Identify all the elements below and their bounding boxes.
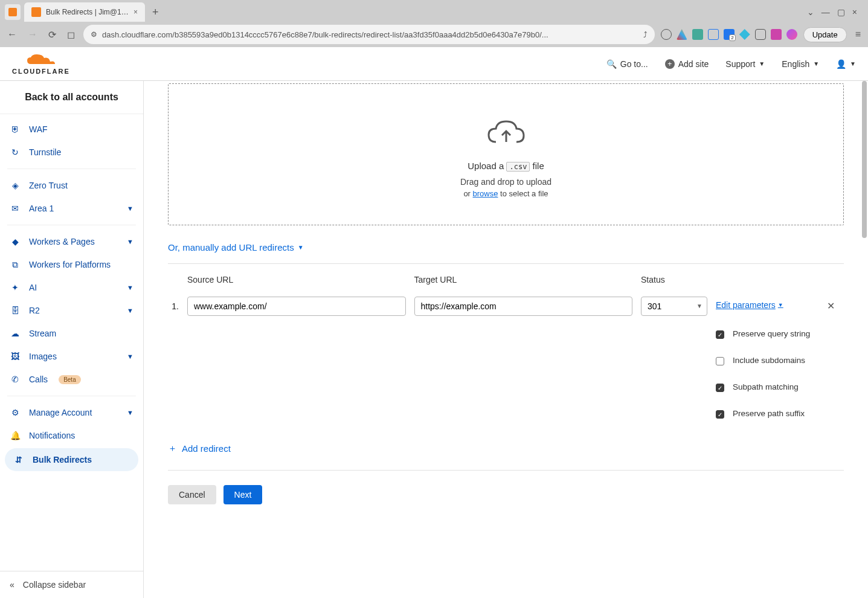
sidebar-item-zero-trust[interactable]: ◈Zero Trust (0, 174, 143, 197)
zerotrust-icon: ◈ (10, 180, 21, 191)
sidebar-item-notifications[interactable]: 🔔Notifications (0, 424, 143, 447)
forward-button-icon[interactable]: → (25, 27, 40, 42)
parameters-list: ✓ Preserve query string Include subdomai… (716, 329, 818, 419)
chevron-down-icon: ▼ (127, 409, 133, 416)
ext-icon-4[interactable] (739, 29, 750, 40)
param-label: Preserve query string (733, 329, 810, 338)
bookmark-icon[interactable]: ◻ (65, 27, 77, 43)
support-menu[interactable]: Support ▼ (725, 59, 765, 69)
ext-icon-1[interactable] (692, 29, 703, 40)
sidebar-item-ai[interactable]: ✦AI▼ (0, 276, 143, 299)
edit-parameters-link[interactable]: Edit parameters▼ (716, 300, 818, 310)
checkbox-include-subdomains[interactable] (716, 357, 724, 365)
sidebar-item-label: AI (29, 283, 37, 292)
minimize-icon[interactable]: — (821, 7, 830, 17)
platforms-icon: ⧉ (10, 259, 21, 270)
ext-icon-2[interactable] (708, 29, 719, 40)
param-preserve-query-string: ✓ Preserve query string (716, 329, 818, 339)
shield-ext-icon[interactable] (661, 29, 672, 40)
browser-tab[interactable]: Bulk Redirects | Jim@13way × (24, 2, 145, 22)
sidebar-item-label: Manage Account (29, 408, 92, 417)
chevron-down-icon: ▼ (127, 284, 133, 291)
status-label: Status (641, 275, 707, 285)
sidebar-item-label: Stream (29, 329, 56, 338)
cancel-button[interactable]: Cancel (168, 485, 216, 504)
param-preserve-path-suffix: ✓ Preserve path suffix (716, 409, 818, 419)
add-redirect-button[interactable]: ＋ Add redirect (168, 443, 844, 454)
sidebar-item-bulk-redirects[interactable]: ⇵Bulk Redirects (5, 448, 138, 471)
param-label: Include subdomains (733, 356, 805, 365)
cloudflare-logo[interactable]: CLOUDFLARE (12, 53, 70, 75)
sidebar-item-workers-pages[interactable]: ◆Workers & Pages▼ (0, 230, 143, 253)
back-to-accounts[interactable]: Back to all accounts (0, 81, 143, 114)
tab-row: Bulk Redirects | Jim@13way × + ⌄ — ▢ × (0, 0, 868, 22)
goto-button[interactable]: 🔍 Go to... (606, 59, 648, 69)
account-menu[interactable]: 👤 ▼ (836, 59, 856, 69)
mail-icon: ✉ (10, 203, 21, 214)
scrollbar-thumb[interactable] (862, 81, 867, 238)
next-button[interactable]: Next (223, 485, 263, 504)
upload-browse-line: or browse to select a file (181, 189, 831, 198)
site-settings-icon[interactable]: ⚙ (91, 30, 97, 39)
sidebar-separator (7, 225, 136, 225)
ext-icon-6[interactable] (771, 29, 782, 40)
upload-dropzone[interactable]: Upload a .csv file Drag and drop to uplo… (168, 83, 844, 225)
reload-icon[interactable]: ⟳ (46, 27, 59, 43)
sidebar-item-images[interactable]: 🖼Images▼ (0, 345, 143, 368)
sidebar-item-turnstile[interactable]: ↻Turnstile (0, 141, 143, 164)
chevron-down-icon: ▼ (778, 302, 783, 308)
checkbox-subpath-matching[interactable]: ✓ (716, 384, 724, 392)
language-menu[interactable]: English ▼ (782, 59, 819, 69)
new-tab-button[interactable]: + (149, 6, 162, 19)
redirect-icon: ⇵ (13, 454, 24, 465)
stream-icon: ☁ (10, 328, 21, 339)
checkbox-preserve-path[interactable]: ✓ (716, 410, 724, 419)
logo-text: CLOUDFLARE (12, 68, 70, 75)
sidebar-item-calls[interactable]: ✆CallsBeta (0, 368, 143, 391)
csv-tag: .csv (506, 162, 530, 172)
phone-icon: ✆ (10, 374, 21, 385)
menu-icon[interactable]: ≡ (853, 27, 863, 42)
support-label: Support (725, 59, 755, 69)
collapse-sidebar[interactable]: « Collapse sidebar (0, 571, 143, 598)
manual-add-toggle[interactable]: Or, manually add URL redirects ▼ (168, 242, 844, 252)
shield-icon: ⛨ (10, 124, 21, 135)
maximize-icon[interactable]: ▢ (837, 7, 845, 17)
sidebar-item-area-1[interactable]: ✉Area 1▼ (0, 197, 143, 220)
cloud-upload-icon (181, 118, 831, 150)
window-controls: ⌄ — ▢ × (807, 7, 863, 17)
triangle-ext-icon[interactable]: 5 (677, 29, 687, 40)
sidebar-item-waf[interactable]: ⛨WAF (0, 118, 143, 141)
address-bar[interactable]: ⚙ dash.cloudflare.com/b385593a9ed0b1314c… (83, 25, 655, 44)
chevron-down-icon: ▼ (127, 238, 133, 245)
sidebar-item-r2[interactable]: 🗄R2▼ (0, 299, 143, 322)
plus-circle-icon: + (665, 59, 675, 69)
sidebar-item-workers-for-platforms[interactable]: ⧉Workers for Platforms (0, 253, 143, 276)
remove-row-button[interactable]: ✕ (827, 297, 844, 312)
pinned-tab[interactable] (5, 4, 21, 20)
ext-icon-5[interactable] (755, 29, 766, 40)
tab-favicon-icon (31, 7, 41, 17)
upload-subtitle: Drag and drop to upload (181, 177, 831, 187)
language-label: English (782, 59, 809, 69)
gear-icon: ⚙ (10, 407, 21, 418)
share-icon[interactable]: ⤴ (643, 30, 648, 39)
app-body: Back to all accounts ⛨WAF↻Turnstile◈Zero… (0, 81, 868, 598)
source-url-input[interactable] (187, 297, 406, 316)
status-select[interactable] (641, 297, 707, 316)
tab-close-icon[interactable]: × (133, 8, 138, 16)
browser-chrome: Bulk Redirects | Jim@13way × + ⌄ — ▢ × ←… (0, 0, 868, 47)
chevron-down-icon[interactable]: ⌄ (807, 7, 814, 17)
target-url-input[interactable] (414, 297, 633, 316)
add-site-button[interactable]: + Add site (665, 59, 709, 69)
ext-icon-3[interactable]: 2 (724, 29, 735, 40)
sidebar-scroll[interactable]: ⛨WAF↻Turnstile◈Zero Trust✉Area 1▼◆Worker… (0, 114, 143, 571)
ext-icon-7[interactable] (786, 29, 797, 40)
close-window-icon[interactable]: × (852, 7, 857, 17)
update-button[interactable]: Update (803, 27, 847, 42)
sidebar-item-stream[interactable]: ☁Stream (0, 322, 143, 345)
sidebar-item-manage-account[interactable]: ⚙Manage Account▼ (0, 401, 143, 424)
back-button-icon[interactable]: ← (5, 27, 19, 42)
browse-link[interactable]: browse (473, 189, 498, 198)
checkbox-preserve-qs[interactable]: ✓ (716, 330, 724, 339)
